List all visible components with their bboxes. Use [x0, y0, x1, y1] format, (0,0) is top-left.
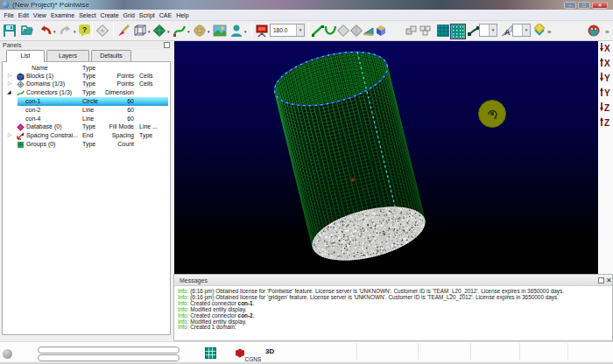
- tree-row-spacing-constrai[interactable]: ▷Spacing Constrai...EndSpacingType: [3, 132, 170, 141]
- cubes-gray-icon[interactable]: [405, 24, 419, 38]
- svg-text:Y: Y: [604, 74, 610, 83]
- dimension-label: 3D: [265, 347, 274, 355]
- statusbar-separator: [356, 343, 357, 360]
- messages-title: Messages: [180, 277, 208, 284]
- tree-row-connectors-1-3[interactable]: ◢Connectors (1/3)TypeDimension: [3, 89, 170, 98]
- menu-view[interactable]: View: [31, 12, 48, 18]
- tab-list[interactable]: List: [6, 50, 45, 62]
- spacing-combo-2[interactable]: ▾: [512, 24, 531, 37]
- tree-row-groups-0[interactable]: Groups (0)TypeCount: [3, 140, 170, 149]
- tree-col-name[interactable]: Name: [32, 65, 48, 71]
- tree-row-database-0[interactable]: Database (0)TypeFill ModeLine ...: [3, 123, 170, 132]
- tree-row-blocks-1[interactable]: ▷Blocks (1)TypePointsCells: [3, 72, 170, 80]
- menu-file[interactable]: File: [2, 12, 16, 18]
- menu-grid[interactable]: Grid: [121, 12, 137, 18]
- create-connector-icon[interactable]: [173, 24, 187, 38]
- tree-cell-name: Blocks (1): [26, 73, 53, 79]
- menu-examine[interactable]: Examine: [48, 12, 76, 18]
- toolbar-overflow-icon-2[interactable]: »: [604, 24, 613, 38]
- block-colored-icon[interactable]: [374, 24, 388, 38]
- menu-help[interactable]: Help: [174, 12, 191, 18]
- tree-cell-name: con-4: [25, 116, 41, 122]
- help-icon[interactable]: ?: [78, 24, 92, 38]
- tab-layers[interactable]: Layers: [46, 50, 89, 61]
- svg-text:Z: Z: [604, 103, 609, 113]
- tree-cell-4: Cells: [139, 80, 153, 87]
- undo-icon[interactable]: [39, 24, 53, 38]
- tree-cell-4: Cells: [139, 73, 153, 79]
- mask-icon[interactable]: [587, 24, 601, 38]
- toolbar-separator: [308, 23, 309, 38]
- log-line: Info: Modified entity display.: [178, 319, 609, 326]
- create-block-icon[interactable]: [133, 24, 147, 38]
- tree-cell-3: 60: [101, 107, 134, 113]
- toolbar-separator: [251, 23, 252, 38]
- tree-row-domains-1-3[interactable]: ▷Domains (1/3)TypePointsCells: [3, 80, 170, 89]
- menu-script[interactable]: Script: [137, 12, 157, 18]
- tab-defaults[interactable]: Defaults: [91, 50, 131, 61]
- svg-text:»: »: [605, 28, 609, 36]
- menu-edit[interactable]: Edit: [16, 12, 31, 18]
- view-axis-plus-z-button[interactable]: Z: [599, 101, 612, 114]
- menu-create[interactable]: Create: [98, 12, 121, 18]
- panels-float-icon[interactable]: [164, 42, 170, 48]
- view-axis-minus-x-button[interactable]: X: [599, 56, 612, 69]
- menu-cae[interactable]: CAE: [157, 12, 173, 18]
- tree-row-con-4[interactable]: con-4Line60: [3, 115, 170, 123]
- rotation-combo-arrow[interactable]: ▾: [296, 24, 304, 36]
- status-input-2[interactable]: [38, 354, 180, 361]
- status-bar: 3D CGNS: [0, 341, 613, 361]
- status-input-1[interactable]: [38, 346, 180, 354]
- render-view-icon[interactable]: [213, 24, 227, 38]
- rotation-combo[interactable]: 180.0▾: [270, 24, 305, 37]
- viewport-3d[interactable]: [174, 41, 598, 274]
- create-database-icon[interactable]: [193, 24, 207, 38]
- tree-row-con-1[interactable]: con-1Circle60: [3, 97, 170, 106]
- close-button[interactable]: ✕: [592, 2, 608, 9]
- expand-arrow-icon[interactable]: ▷: [8, 73, 13, 78]
- messages-close-icon[interactable]: ✕: [606, 276, 612, 284]
- svg-text:Z: Z: [604, 118, 609, 128]
- redo-icon[interactable]: [59, 24, 73, 38]
- tree-cell-3: Dimension: [101, 89, 134, 95]
- tree-cell-type: Line: [82, 107, 94, 113]
- projection-icon[interactable]: [255, 24, 269, 38]
- expand-arrow-icon[interactable]: ▷: [8, 80, 13, 86]
- arc-tool-icon[interactable]: [323, 24, 337, 38]
- save-icon[interactable]: [3, 24, 17, 38]
- panels-title: Panels: [3, 42, 21, 48]
- statusbar-separator: [418, 343, 419, 360]
- tree-col-type[interactable]: Type: [82, 65, 95, 71]
- tree-cell-name: Database (0): [26, 123, 61, 130]
- spacing-combo-1[interactable]: ▾: [479, 24, 497, 37]
- tree-cell-name: con-1: [25, 98, 41, 104]
- view-axis-toolbar: XXYYZZ: [598, 41, 613, 277]
- combo-arrow[interactable]: ▾: [489, 24, 497, 36]
- view-axis-plus-x-button[interactable]: X: [599, 41, 612, 54]
- minimize-button[interactable]: –: [564, 2, 576, 9]
- domain-flat-icon[interactable]: [336, 24, 350, 38]
- create-domain-icon[interactable]: [152, 24, 166, 38]
- maximize-button[interactable]: □: [578, 2, 590, 9]
- grid-points-icon[interactable]: [450, 24, 464, 38]
- menu-select[interactable]: Select: [77, 12, 98, 18]
- combo-arrow[interactable]: ▾: [522, 24, 530, 36]
- grid-mode-icon[interactable]: [205, 347, 216, 359]
- open-icon[interactable]: [21, 24, 35, 38]
- view-axis-minus-y-button[interactable]: Y: [599, 86, 612, 99]
- messages-float-icon[interactable]: [598, 277, 604, 284]
- display-dropdown[interactable]: ▾: [244, 29, 250, 34]
- tree-row-con-2[interactable]: con-2Line60: [3, 106, 170, 115]
- snap-icon[interactable]: [95, 24, 109, 38]
- view-axis-minus-z-button[interactable]: Z: [599, 116, 612, 129]
- collapse-arrow-icon[interactable]: ◢: [7, 89, 12, 94]
- display-style-icon[interactable]: [229, 24, 243, 38]
- tree-cell-type: Type: [82, 123, 95, 130]
- toolbar-overflow-icon[interactable]: »: [546, 24, 560, 38]
- draw-curve-icon[interactable]: [116, 24, 130, 38]
- blocks-gray-icon[interactable]: [419, 24, 433, 38]
- layers-icon[interactable]: [532, 24, 546, 38]
- grid-solid-icon[interactable]: [436, 24, 450, 38]
- view-axis-plus-y-button[interactable]: Y: [599, 71, 612, 84]
- expand-arrow-icon[interactable]: ▷: [8, 132, 13, 137]
